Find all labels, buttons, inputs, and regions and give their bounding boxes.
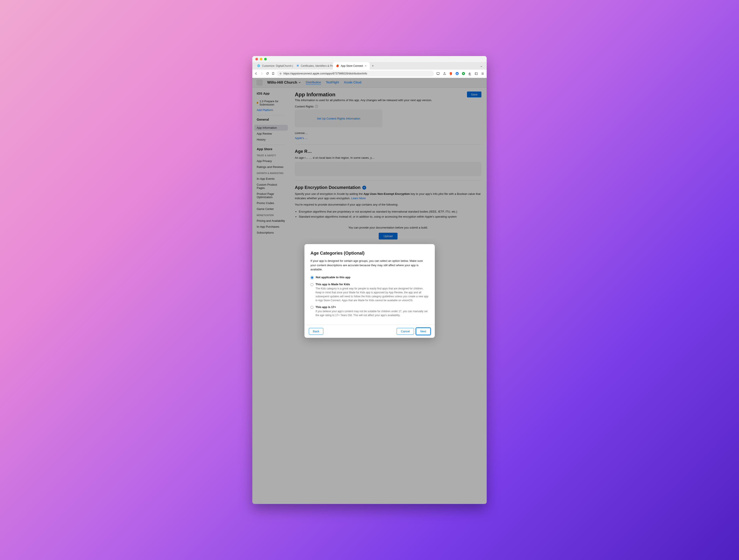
tab-label: App Store Connect — [341, 64, 363, 67]
svg-text:◉: ◉ — [456, 72, 458, 75]
svg-rect-5 — [475, 73, 477, 75]
age-categories-modal: Age Categories (Optional) If your app is… — [304, 244, 435, 338]
share-icon[interactable] — [442, 71, 446, 75]
tab-certificates[interactable]: ⌘ Certificates, Identifiers & Profiles — [294, 62, 333, 69]
modal-footer: Back Cancel Next — [304, 325, 435, 338]
modal-title: Age Categories (Optional) — [311, 251, 429, 256]
tab-customize[interactable]: 🌐 Customize: DigitalChurch | Digital… — [254, 62, 294, 69]
radio-help-text: The Kids category is a great way for peo… — [316, 287, 429, 302]
nav-controls — [255, 72, 275, 75]
close-tab-icon[interactable]: × — [365, 64, 366, 68]
extension-icon[interactable]: ◉ — [455, 71, 459, 75]
svg-rect-0 — [437, 72, 439, 74]
bookmark-button[interactable] — [272, 72, 275, 75]
modal-overlay: Age Categories (Optional) If your app is… — [252, 78, 487, 504]
tab-label: Customize: DigitalChurch | Digital… — [262, 64, 294, 67]
radio-label: This app is Made for Kids — [316, 283, 429, 286]
tab-appstoreconnect[interactable]: 🍎 App Store Connect × — [333, 62, 370, 69]
site-settings-icon[interactable]: ⚙ — [280, 72, 282, 75]
apple-icon: 🍎 — [336, 64, 339, 67]
brave-shield-icon[interactable] — [449, 71, 453, 75]
url-bar: ⚙ https://appstoreconnect.apple.com/apps… — [252, 69, 487, 78]
cast-icon[interactable] — [436, 71, 440, 75]
sidebar-toggle-icon[interactable] — [474, 71, 478, 75]
minimize-window-button[interactable] — [260, 58, 262, 60]
tab-bar: 🌐 Customize: DigitalChurch | Digital… ⌘ … — [252, 62, 487, 69]
next-button[interactable]: Next — [416, 328, 430, 335]
menu-icon[interactable] — [480, 71, 484, 75]
window-controls — [255, 58, 267, 60]
tab-label: Certificates, Identifiers & Profiles — [301, 64, 333, 67]
maximize-window-button[interactable] — [264, 58, 267, 60]
radio-not-applicable[interactable] — [311, 276, 314, 279]
puzzle-icon[interactable] — [468, 71, 472, 75]
radio-option-not-applicable[interactable]: Not applicable to this app — [311, 275, 429, 279]
back-button[interactable]: Back — [309, 328, 323, 335]
play-icon[interactable] — [461, 71, 465, 75]
back-button[interactable] — [255, 72, 258, 75]
reload-button[interactable] — [266, 72, 269, 75]
radio-option-17-plus[interactable]: This app is 17+ If you believe your app'… — [311, 306, 429, 317]
close-window-button[interactable] — [255, 58, 258, 60]
radio-made-for-kids[interactable] — [311, 283, 313, 286]
forward-button[interactable] — [260, 72, 263, 75]
new-tab-button[interactable]: + — [370, 62, 376, 69]
modal-description: If your app is designed for certain age … — [311, 259, 429, 272]
globe-icon: 🌐 — [257, 64, 260, 67]
url-text: https://appstoreconnect.apple.com/apps/6… — [283, 72, 367, 75]
radio-option-made-for-kids[interactable]: This app is Made for Kids The Kids categ… — [311, 283, 429, 302]
tabs-dropdown-icon[interactable]: ⌄ — [478, 62, 485, 69]
browser-window: 🌐 Customize: DigitalChurch | Digital… ⌘ … — [252, 56, 487, 504]
apple-icon: ⌘ — [297, 64, 299, 67]
titlebar — [252, 56, 487, 62]
url-field[interactable]: ⚙ https://appstoreconnect.apple.com/apps… — [277, 71, 434, 76]
app-content: Willo-Hill Church Distribution TestFligh… — [252, 78, 487, 504]
cancel-button[interactable]: Cancel — [397, 328, 414, 335]
radio-help-text: If you believe your app's content may no… — [316, 309, 429, 317]
radio-label: Not applicable to this app — [316, 275, 350, 279]
radio-17-plus[interactable] — [311, 306, 313, 309]
toolbar-icons: ◉ — [436, 71, 484, 75]
radio-label: This app is 17+ — [316, 306, 429, 309]
